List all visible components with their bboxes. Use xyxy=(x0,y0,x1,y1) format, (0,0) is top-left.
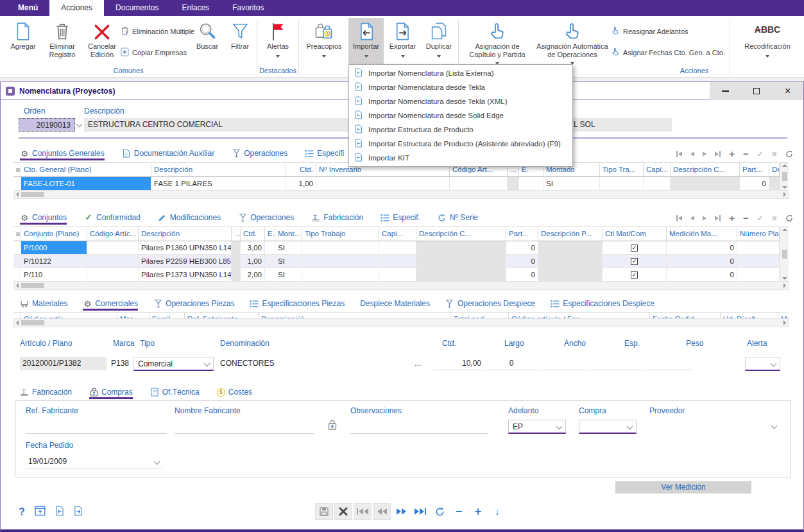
ver-medicion-button[interactable]: Ver Medición xyxy=(615,481,751,493)
row-selector[interactable] xyxy=(13,177,21,190)
compra-select[interactable] xyxy=(579,420,637,434)
cell-partida[interactable]: 0 xyxy=(506,255,538,268)
column-header[interactable]: Ctd. xyxy=(286,163,316,176)
cell-descripcion[interactable]: FASE 1 PILARES xyxy=(151,177,286,190)
tab-num-serie[interactable]: Nº Serie xyxy=(438,213,478,225)
cancel-icon[interactable]: × xyxy=(772,149,777,159)
tab-operaciones-2[interactable]: Operaciones xyxy=(238,213,294,225)
menu-item-importar-nomenclatura-solid-edge[interactable]: Importar Nomenclatura desde Solid Edge xyxy=(349,108,572,123)
next-record-icon[interactable] xyxy=(703,216,706,221)
cell-ctl-matcom[interactable]: ✓ xyxy=(603,241,667,254)
cell-descripcion-p[interactable] xyxy=(538,241,603,254)
column-header[interactable]: Capí... xyxy=(644,163,671,176)
cell-partida[interactable]: 0 xyxy=(506,241,538,254)
down-arrow-button[interactable]: ↓ xyxy=(488,503,506,520)
column-header[interactable]: Tipo Trabajo xyxy=(302,227,379,241)
cell-e[interactable] xyxy=(265,241,275,254)
tab-fabricacion-2[interactable]: Fabricación xyxy=(311,213,363,225)
cell-conjunto[interactable]: P/1000 xyxy=(21,241,87,254)
eliminar-registro-button[interactable]: Eliminar Registro xyxy=(42,18,82,64)
cell-dots[interactable] xyxy=(232,255,241,268)
tab-especificaciones-2[interactable]: Especif. xyxy=(381,213,420,225)
cell-ctd[interactable]: 3,00 xyxy=(241,241,265,254)
column-header[interactable]: Ctd. xyxy=(241,227,265,241)
column-header[interactable]: Tipo Tra... xyxy=(600,163,644,176)
prev-record-icon[interactable] xyxy=(690,216,694,221)
grid2-row-2[interactable]: P/10122 Pilares P2259 HEB300 L8566 1,00 … xyxy=(13,255,789,268)
cell-codigo[interactable] xyxy=(87,241,139,254)
refresh-button[interactable] xyxy=(431,503,449,520)
help-icon[interactable]: ? xyxy=(19,506,25,518)
denominacion-value[interactable]: CONECTORES xyxy=(220,359,274,368)
column-header[interactable]: Descripción C... xyxy=(416,227,506,241)
tab-operaciones-piezas[interactable]: Operaciones Piezas xyxy=(153,299,234,311)
cell-capitulo[interactable] xyxy=(379,268,416,281)
tab-costes[interactable]: $Costes xyxy=(217,388,252,399)
cell-tipo-trabajo[interactable] xyxy=(600,177,644,190)
tab-despiece-materiales[interactable]: Despiece Materiales xyxy=(360,299,430,311)
column-header[interactable]: Desc xyxy=(769,163,780,176)
row-selector-header[interactable] xyxy=(13,163,21,176)
column-header[interactable]: Descripción xyxy=(139,227,232,241)
column-header[interactable]: Mont... xyxy=(275,227,302,241)
column-header[interactable]: Total pedi... xyxy=(451,313,509,318)
row-selector[interactable] xyxy=(13,241,21,254)
alertas-button[interactable]: Alertas xyxy=(259,18,296,64)
column-header[interactable]: Mar... xyxy=(117,313,150,318)
import-page-icon[interactable] xyxy=(55,506,64,519)
grid1-row[interactable]: FASE-LOTE-01 FASE 1 PILARES 1,00 SI 0 xyxy=(13,177,789,191)
column-header[interactable]: Código artículo / Fec... xyxy=(509,313,650,318)
cell-dots[interactable] xyxy=(508,177,519,190)
marca-input[interactable]: P138 xyxy=(111,359,129,368)
cell-tipo-trabajo[interactable] xyxy=(302,255,379,268)
row-selector[interactable] xyxy=(13,268,21,281)
first-record-button[interactable] xyxy=(354,503,372,520)
cell-ctl-matcom[interactable]: ✓ xyxy=(603,268,667,281)
menu-item-importar-nomenclatura-lista-externa[interactable]: Importar Nomenclatura (Lista Externa) xyxy=(349,66,572,80)
cell-e[interactable] xyxy=(265,255,275,268)
confirm-icon[interactable]: ✓ xyxy=(757,214,764,223)
column-header[interactable]: Part... xyxy=(740,163,769,176)
refresh-icon[interactable] xyxy=(785,150,793,158)
tab-of-tecnica[interactable]: Of.Técnica xyxy=(150,388,200,399)
tab-comerciales[interactable]: ⚙Comerciales xyxy=(83,299,138,311)
cell-descripcion-p[interactable] xyxy=(538,255,603,268)
ref-fabricante-input[interactable] xyxy=(26,420,167,434)
largo-input[interactable]: 0 xyxy=(486,357,537,370)
ancho-input[interactable] xyxy=(539,357,589,370)
cell-inventario[interactable] xyxy=(316,177,450,190)
cell-montado[interactable]: SI xyxy=(275,268,302,281)
exportar-button[interactable]: Exportar xyxy=(385,18,420,64)
expand-button[interactable]: + xyxy=(469,503,487,520)
menu-tab-acciones[interactable]: Acciones xyxy=(49,0,104,16)
agregar-button[interactable]: Agregar xyxy=(5,18,41,64)
tab-especificaciones-despiece[interactable]: Especificaciones Despiece xyxy=(551,299,654,311)
tab-modificaciones[interactable]: Modificaciones xyxy=(158,213,221,225)
column-header[interactable]: Ud. Diseñ... xyxy=(721,313,778,318)
column-header[interactable]: Descripción xyxy=(151,163,286,176)
row-selector[interactable] xyxy=(13,255,21,268)
cell-partida[interactable]: 0 xyxy=(506,268,538,281)
cell-codigo[interactable] xyxy=(450,177,508,190)
add-record-icon[interactable]: + xyxy=(729,214,735,222)
nombre-fabricante-input[interactable] xyxy=(175,420,314,434)
cell-descripcion-c[interactable] xyxy=(416,268,506,281)
column-header[interactable]: Conjunto (Plano) xyxy=(21,227,87,241)
cancel-x-button[interactable] xyxy=(334,503,352,520)
fecha-pedido-select[interactable]: 19/01/2009 xyxy=(26,455,162,468)
buscar-button[interactable]: Buscar xyxy=(191,18,224,64)
cell-montado[interactable]: SI xyxy=(275,241,302,254)
duplicar-button[interactable]: Duplicar xyxy=(421,18,457,64)
cell-conjunto[interactable]: P/110 xyxy=(21,268,87,281)
checkbox-checked-icon[interactable]: ✓ xyxy=(631,258,638,265)
column-header[interactable]: Part... xyxy=(506,227,538,241)
cell-numero-plano[interactable] xyxy=(737,268,780,281)
tab-operaciones-despiece[interactable]: Operaciones Despiece xyxy=(445,299,535,311)
menu-item-importar-nomenclatura-tekla[interactable]: Importar Nomenclatura desde Tekla xyxy=(349,80,572,94)
cell-cto-general[interactable]: FASE-LOTE-01 xyxy=(21,177,151,190)
lock-icon[interactable] xyxy=(327,419,338,433)
cell-descripcion-c[interactable] xyxy=(416,255,506,268)
cell-ctd[interactable]: 2,00 xyxy=(241,268,265,281)
refresh-icon[interactable] xyxy=(785,214,793,222)
tab-conjuntos-generales[interactable]: ⚙Conjuntos Generales xyxy=(20,149,105,160)
